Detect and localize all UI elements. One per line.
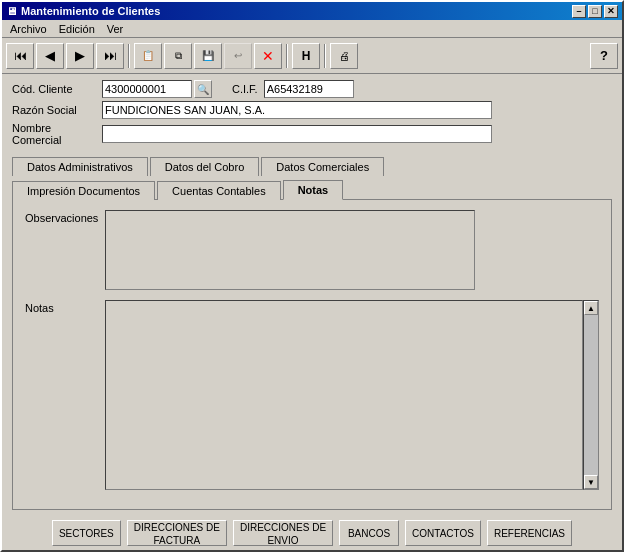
referencias-button[interactable]: REFERENCIAS xyxy=(487,520,572,546)
tab-datos-comerciales[interactable]: Datos Comerciales xyxy=(261,157,384,176)
delete-button[interactable]: ✕ xyxy=(254,43,282,69)
tab-impresion-documentos[interactable]: Impresión Documentos xyxy=(12,181,155,200)
notas-scrollbar: ▲ ▼ xyxy=(583,300,599,490)
razon-social-row: Razón Social xyxy=(12,101,612,119)
toolbar-sep-1 xyxy=(128,44,130,68)
scroll-up-button[interactable]: ▲ xyxy=(584,301,598,315)
nombre-comercial-input[interactable] xyxy=(102,125,492,143)
toolbar-sep-3 xyxy=(324,44,326,68)
close-button[interactable]: ✕ xyxy=(604,5,618,18)
observaciones-row: Observaciones xyxy=(25,210,599,290)
notas-textarea-container: ▲ ▼ xyxy=(105,300,599,490)
window-title: Mantenimiento de Clientes xyxy=(21,5,160,17)
print-button[interactable]: 🖨 xyxy=(330,43,358,69)
tabs-container: Datos Administrativos Datos del Cobro Da… xyxy=(2,153,622,516)
nombre-comercial-row: Nombre Comercial xyxy=(12,122,612,146)
bancos-button[interactable]: BANCOS xyxy=(339,520,399,546)
copy-button[interactable]: ⧉ xyxy=(164,43,192,69)
tab-notas[interactable]: Notas xyxy=(283,180,344,200)
nombre-comercial-label: Nombre Comercial xyxy=(12,122,102,146)
toolbar-sep-2 xyxy=(286,44,288,68)
direcciones-factura-button[interactable]: DIRECCIONES DE FACTURA xyxy=(127,520,227,546)
tab-row-1: Datos Administrativos Datos del Cobro Da… xyxy=(12,153,612,175)
direcciones-envio-button[interactable]: DIRECCIONES DE ENVIO xyxy=(233,520,333,546)
tab-panel-notas: Observaciones Notas ▲ ▼ xyxy=(12,199,612,510)
title-bar-controls: – □ ✕ xyxy=(572,5,618,18)
scroll-track[interactable] xyxy=(584,315,598,475)
main-window: 🖥 Mantenimiento de Clientes – □ ✕ Archiv… xyxy=(0,0,624,552)
bottom-buttons: SECTORES DIRECCIONES DE FACTURA DIRECCIO… xyxy=(2,516,622,550)
first-button[interactable]: ⏮ xyxy=(6,43,34,69)
notas-label: Notas xyxy=(25,300,105,314)
cif-label: C.I.F. xyxy=(232,83,258,95)
toolbar: ⏮ ◀ ▶ ⏭ 📋 ⧉ 💾 ↩ ✕ H 🖨 ? xyxy=(2,38,622,74)
menu-edicion[interactable]: Edición xyxy=(53,21,101,37)
new-button[interactable]: 📋 xyxy=(134,43,162,69)
save-button[interactable]: 💾 xyxy=(194,43,222,69)
cod-cliente-input[interactable] xyxy=(102,80,192,98)
menu-bar: Archivo Edición Ver xyxy=(2,20,622,38)
prev-button[interactable]: ◀ xyxy=(36,43,64,69)
tab-datos-cobro[interactable]: Datos del Cobro xyxy=(150,157,260,176)
razon-social-input[interactable] xyxy=(102,101,492,119)
tab-cuentas-contables[interactable]: Cuentas Contables xyxy=(157,181,281,200)
maximize-button[interactable]: □ xyxy=(588,5,602,18)
title-bar: 🖥 Mantenimiento de Clientes – □ ✕ xyxy=(2,2,622,20)
tab-datos-administrativos[interactable]: Datos Administrativos xyxy=(12,157,148,176)
cod-cliente-search-button[interactable]: 🔍 xyxy=(194,80,212,98)
title-bar-title: 🖥 Mantenimiento de Clientes xyxy=(6,5,160,17)
notas-row: Notas ▲ ▼ xyxy=(25,300,599,499)
menu-ver[interactable]: Ver xyxy=(101,21,130,37)
filter-button[interactable]: H xyxy=(292,43,320,69)
tab-row-2: Impresión Documentos Cuentas Contables N… xyxy=(12,177,612,199)
help-button[interactable]: ? xyxy=(590,43,618,69)
sectores-button[interactable]: SECTORES xyxy=(52,520,121,546)
menu-archivo[interactable]: Archivo xyxy=(4,21,53,37)
last-button[interactable]: ⏭ xyxy=(96,43,124,69)
form-area: Cód. Cliente 🔍 C.I.F. Razón Social Nombr… xyxy=(2,74,622,153)
next-button[interactable]: ▶ xyxy=(66,43,94,69)
notas-textarea[interactable] xyxy=(105,300,583,490)
cod-cliente-label: Cód. Cliente xyxy=(12,83,102,95)
window-icon: 🖥 xyxy=(6,5,17,17)
minimize-button[interactable]: – xyxy=(572,5,586,18)
cod-cliente-row: Cód. Cliente 🔍 C.I.F. xyxy=(12,80,612,98)
cif-input[interactable] xyxy=(264,80,354,98)
observaciones-label: Observaciones xyxy=(25,210,105,224)
scroll-down-button[interactable]: ▼ xyxy=(584,475,598,489)
razon-social-label: Razón Social xyxy=(12,104,102,116)
contactos-button[interactable]: CONTACTOS xyxy=(405,520,481,546)
observaciones-textarea[interactable] xyxy=(105,210,475,290)
undo-button[interactable]: ↩ xyxy=(224,43,252,69)
